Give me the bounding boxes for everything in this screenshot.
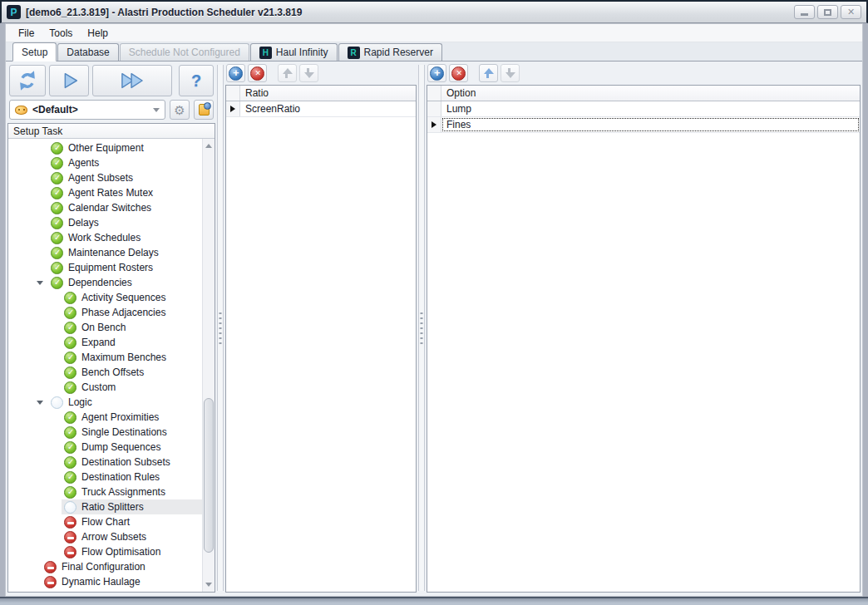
app-window: P [demo6_21.3.819] - Alastri Production … <box>0 0 868 605</box>
tab-label: Rapid Reserver <box>364 47 433 58</box>
tab-rapid-reserver[interactable]: RRapid Reserver <box>338 43 442 61</box>
tree-item-label: Ratio Splitters <box>81 501 144 513</box>
tree-item-work-schedules[interactable]: Work Schedules <box>8 230 202 245</box>
run-fast-button[interactable] <box>92 65 172 96</box>
option-table-header: Option <box>427 86 860 101</box>
tree-item-final-configuration[interactable]: Final Configuration <box>8 559 202 574</box>
tree-item-maintenance-delays[interactable]: Maintenance Delays <box>8 245 202 260</box>
close-button[interactable]: ✕ <box>841 5 861 19</box>
tree-item-agent-rates-mutex[interactable]: Agent Rates Mutex <box>8 185 202 200</box>
ratio-column-header[interactable]: Ratio <box>240 86 416 101</box>
tab-haul-infinity[interactable]: HHaul Infinity <box>250 43 338 61</box>
tree-item-ratio-splitters[interactable]: Ratio Splitters <box>8 499 202 514</box>
tree-item-expand[interactable]: Expand <box>8 335 202 350</box>
task-done-icon <box>64 307 76 319</box>
tab-schedule-not-configured[interactable]: Schedule Not Configured <box>120 43 249 61</box>
tree-item-flow-chart[interactable]: Flow Chart <box>8 514 202 529</box>
tab-database[interactable]: Database <box>57 43 118 61</box>
tree-item-arrow-subsets[interactable]: Arrow Subsets <box>8 529 202 544</box>
menu-help[interactable]: Help <box>80 25 116 42</box>
tree-item-label: Dependencies <box>68 277 132 288</box>
tree-item-calendar-switches[interactable]: Calendar Switches <box>8 200 202 215</box>
ratio-table-header: Ratio <box>226 86 416 101</box>
tree-item-truck-assignments[interactable]: Truck Assignments <box>8 484 202 499</box>
tree-scrollbar[interactable] <box>202 139 215 592</box>
tree-item-destination-rules[interactable]: Destination Rules <box>8 470 202 484</box>
move-option-up-button[interactable] <box>479 64 498 82</box>
tree-item-label: Single Destinations <box>81 426 167 438</box>
setup-task-header[interactable]: Setup Task <box>8 124 215 139</box>
node-content: Agent Proximities <box>62 410 202 425</box>
option-toolbar <box>427 63 861 85</box>
tree-item-agent-proximities[interactable]: Agent Proximities <box>8 410 202 425</box>
menu-file[interactable]: File <box>11 25 42 42</box>
tree-item-dependencies[interactable]: Dependencies <box>8 275 202 290</box>
chevron-down-icon <box>153 108 160 112</box>
cell-value[interactable]: Fines <box>441 117 860 132</box>
tree-item-custom[interactable]: Custom <box>8 380 202 395</box>
move-ratio-down-button <box>299 64 318 82</box>
table-row-lump[interactable]: Lump <box>427 101 860 117</box>
scroll-up-button[interactable] <box>204 140 214 152</box>
setup-task-panel: ? <Default> ⚙ <box>7 63 215 593</box>
tree-item-label: On Bench <box>81 322 126 333</box>
scrollbar-thumb[interactable] <box>204 398 214 553</box>
scenario-selector[interactable]: <Default> <box>9 100 165 120</box>
window-title: [demo6_21.3.819] - Alastri Production Sc… <box>26 7 794 18</box>
delete-ratio-button[interactable] <box>248 64 267 82</box>
tree-item-agents[interactable]: Agents <box>8 155 202 170</box>
scenario-settings-button[interactable]: ⚙ <box>170 100 190 120</box>
window-controls: ✕ <box>794 5 861 19</box>
tab-setup[interactable]: Setup <box>12 42 57 61</box>
tree-item-bench-offsets[interactable]: Bench Offsets <box>8 365 202 380</box>
expander-icon[interactable] <box>37 281 43 285</box>
tree-item-flow-optimisation[interactable]: Flow Optimisation <box>8 544 202 559</box>
right-splitter[interactable] <box>417 63 427 593</box>
tab-label: Database <box>67 47 109 58</box>
cell-value[interactable]: ScreenRatio <box>240 101 416 116</box>
help-button[interactable]: ? <box>179 65 214 96</box>
node-content: Equipment Rosters <box>48 260 202 275</box>
rapid-reserver-icon: R <box>348 47 360 59</box>
run-button[interactable] <box>49 65 89 96</box>
scenario-row: <Default> ⚙ <box>9 100 214 120</box>
tree-item-activity-sequences[interactable]: Activity Sequences <box>8 290 202 305</box>
tree-item-label: Destination Subsets <box>81 456 170 468</box>
node-content: Dump Sequences <box>62 440 202 455</box>
tree-item-agent-subsets[interactable]: Agent Subsets <box>8 170 202 185</box>
menu-tools[interactable]: Tools <box>42 25 80 42</box>
close-icon: ✕ <box>847 7 855 17</box>
maximize-button[interactable] <box>817 5 838 19</box>
table-row-screenratio[interactable]: ScreenRatio <box>226 101 416 117</box>
tree-item-label: Maintenance Delays <box>68 247 159 258</box>
tree-item-maximum-benches[interactable]: Maximum Benches <box>8 350 202 365</box>
tree-item-destination-subsets[interactable]: Destination Subsets <box>8 455 202 470</box>
tree-item-logic[interactable]: Logic <box>8 395 202 410</box>
tree-item-single-destinations[interactable]: Single Destinations <box>8 425 202 440</box>
minimize-button[interactable] <box>794 5 815 19</box>
refresh-button[interactable] <box>9 65 46 96</box>
tree-item-dump-sequences[interactable]: Dump Sequences <box>8 440 202 455</box>
table-row-fines[interactable]: Fines <box>427 117 860 133</box>
option-panel: Option LumpFines <box>427 63 861 593</box>
tab-label: Haul Infinity <box>276 47 328 58</box>
cell-value[interactable]: Lump <box>441 101 860 116</box>
node-content: Arrow Subsets <box>62 529 202 544</box>
tree-item-label: Equipment Rosters <box>68 262 153 273</box>
option-column-header[interactable]: Option <box>441 86 860 101</box>
add-option-button[interactable] <box>427 64 446 82</box>
delete-option-button[interactable] <box>449 64 468 82</box>
add-ratio-button[interactable] <box>226 64 245 82</box>
left-splitter[interactable] <box>215 63 225 593</box>
tree-item-equipment-rosters[interactable]: Equipment Rosters <box>8 260 202 275</box>
scroll-down-button[interactable] <box>204 578 214 591</box>
tree-item-label: Dynamic Haulage <box>62 576 141 588</box>
tree-item-dynamic-haulage[interactable]: Dynamic Haulage <box>8 574 202 589</box>
tree-item-phase-adjacencies[interactable]: Phase Adjacencies <box>8 305 202 320</box>
tree-item-delays[interactable]: Delays <box>8 215 202 230</box>
node-content: Maximum Benches <box>62 350 202 365</box>
tree-item-other-equipment[interactable]: Other Equipment <box>8 140 202 155</box>
notes-button[interactable] <box>194 100 214 120</box>
expander-icon[interactable] <box>37 401 43 405</box>
tree-item-on-bench[interactable]: On Bench <box>8 320 202 335</box>
